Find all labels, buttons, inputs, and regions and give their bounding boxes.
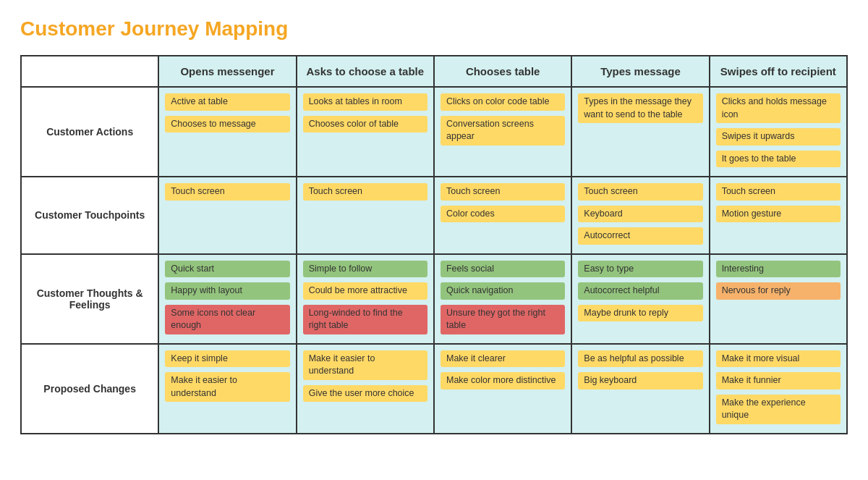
cell-r0-c1: Looks at tables in roomChooses color of … [297,87,434,177]
tag: Maybe drunk to reply [578,305,702,322]
row-label-1: Customer Touchpoints [21,177,158,254]
tags-container: InterestingNervous for reply [716,261,841,303]
tag: Nervous for reply [716,282,841,300]
cell-r0-c2: Clicks on color code tableConversation s… [434,87,571,177]
tags-container: Be as helpful as possibleBig keyboard [578,350,702,392]
tag: Some icons not clear enough [165,305,289,334]
row-label-0: Customer Actions [21,87,158,177]
cell-r1-c2: Touch screenColor codes [434,177,571,254]
tag: Chooses color of table [303,116,427,133]
cell-r2-c0: Quick startHappy with layoutSome icons n… [158,254,296,344]
tags-container: Simple to followCould be more attractive… [303,261,427,337]
col-header-col4: Types message [571,56,709,87]
tags-container: Touch screenColor codes [441,183,565,225]
cell-r3-c4: Make it more visualMake it funnierMake t… [710,344,847,434]
tags-container: Clicks and holds message iconSwipes it u… [716,93,841,170]
cell-r0-c0: Active at tableChooses to message [158,87,296,177]
tags-container: Touch screenKeyboardAutocorrect [578,183,702,248]
cell-r1-c1: Touch screen [297,177,434,254]
cell-r2-c3: Easy to typeAutocorrect helpfulMaybe dru… [571,254,709,344]
tags-container: Touch screen [165,183,289,203]
tag: Touch screen [441,183,565,201]
tag: It goes to the table [716,151,841,168]
col-header-col1: Opens messenger [158,56,296,87]
col-header-col5: Swipes off to recipient [710,56,847,87]
tag: Simple to follow [303,261,427,278]
page-title: Customer Journey Mapping [20,17,848,41]
tags-container: Feels socialQuick navigationUnsure they … [441,261,565,337]
tag: Long-winded to find the right table [303,305,427,334]
col-header-col3: Chooses table [434,56,571,87]
tag: Types in the message they want to send t… [578,93,702,123]
tag: Conversation screens appear [441,116,565,146]
tag: Swipes it upwards [716,128,841,146]
tag: Happy with layout [165,282,289,300]
cell-r1-c0: Touch screen [158,177,296,254]
cell-r1-c3: Touch screenKeyboardAutocorrect [571,177,709,254]
row-label-2: Customer Thoughts & Feelings [21,254,158,344]
table-row: Proposed ChangesKeep it simpleMake it ea… [21,344,847,434]
tags-container: Active at tableChooses to message [165,93,289,135]
cell-r2-c4: InterestingNervous for reply [710,254,847,344]
row-label-3: Proposed Changes [21,344,158,434]
tag: Touch screen [165,183,289,201]
tag: Chooses to message [165,116,289,133]
tags-container: Clicks on color code tableConversation s… [441,93,565,148]
tag: Quick start [165,261,289,278]
tag: Feels social [441,261,565,278]
tags-container: Types in the message they want to send t… [578,93,702,126]
tags-container: Make it more visualMake it funnierMake t… [716,350,841,427]
tag: Make the experience unique [716,395,841,424]
cell-r3-c3: Be as helpful as possibleBig keyboard [571,344,709,434]
tags-container: Make it clearerMake color more distincti… [441,350,565,392]
table-row: Customer ActionsActive at tableChooses t… [21,87,847,177]
tag: Easy to type [578,261,702,278]
tag: Make it clearer [441,350,565,368]
tag: Active at table [165,93,289,111]
table-row: Customer TouchpointsTouch screenTouch sc… [21,177,847,254]
tags-container: Looks at tables in roomChooses color of … [303,93,427,135]
tags-container: Quick startHappy with layoutSome icons n… [165,261,289,337]
tag: Motion gesture [716,206,841,223]
journey-table: Opens messengerAsks to choose a tableCho… [20,55,848,434]
tags-container: Touch screenMotion gesture [716,183,841,225]
tag: Make it easier to understand [165,372,289,402]
tag: Make it funnier [716,372,841,390]
cell-r3-c1: Make it easier to understandGive the use… [297,344,434,434]
tag: Could be more attractive [303,282,427,300]
cell-r2-c1: Simple to followCould be more attractive… [297,254,434,344]
cell-r1-c4: Touch screenMotion gesture [710,177,847,254]
tag: Unsure they got the right table [441,305,565,334]
tag: Make it more visual [716,350,841,368]
cell-r0-c4: Clicks and holds message iconSwipes it u… [710,87,847,177]
col-header-col2: Asks to choose a table [297,56,434,87]
tag: Touch screen [716,183,841,201]
cell-r2-c2: Feels socialQuick navigationUnsure they … [434,254,571,344]
tag: Autocorrect [578,227,702,245]
tag: Looks at tables in room [303,93,427,111]
tag: Be as helpful as possible [578,350,702,368]
tag: Autocorrect helpful [578,282,702,300]
tag: Touch screen [578,183,702,201]
cell-r0-c3: Types in the message they want to send t… [571,87,709,177]
empty-header [21,56,158,87]
tag: Keep it simple [165,350,289,368]
tags-container: Touch screen [303,183,427,203]
cell-r3-c2: Make it clearerMake color more distincti… [434,344,571,434]
tags-container: Easy to typeAutocorrect helpfulMaybe dru… [578,261,702,325]
tag: Make it easier to understand [303,350,427,380]
tags-container: Make it easier to understandGive the use… [303,350,427,405]
table-row: Customer Thoughts & FeelingsQuick startH… [21,254,847,344]
tags-container: Keep it simpleMake it easier to understa… [165,350,289,405]
tag: Touch screen [303,183,427,201]
tag: Give the user more choice [303,385,427,403]
tag: Quick navigation [441,282,565,300]
tag: Keyboard [578,206,702,223]
tag: Make color more distinctive [441,372,565,390]
tag: Big keyboard [578,372,702,390]
tag: Color codes [441,206,565,223]
cell-r3-c0: Keep it simpleMake it easier to understa… [158,344,296,434]
tag: Clicks and holds message icon [716,93,841,123]
tag: Interesting [716,261,841,278]
tag: Clicks on color code table [441,93,565,111]
